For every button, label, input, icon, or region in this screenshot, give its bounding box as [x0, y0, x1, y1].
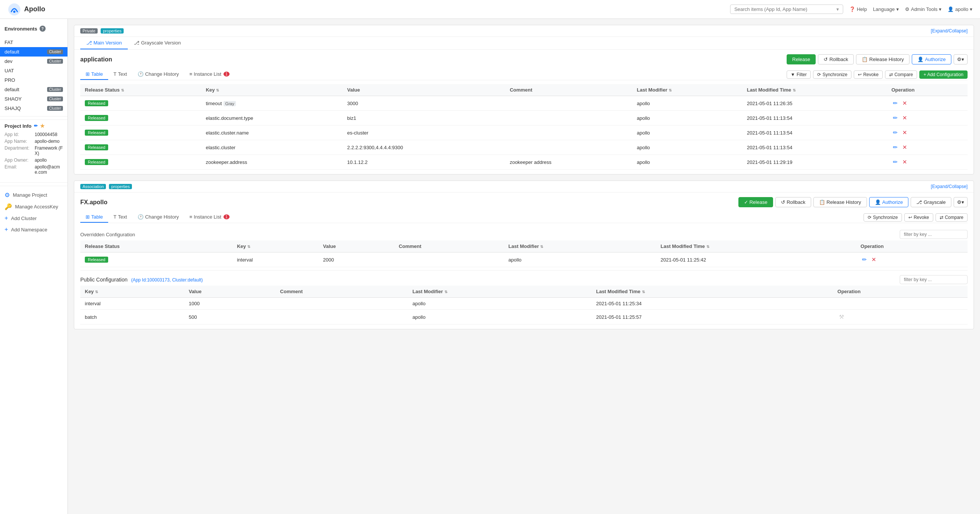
synchronize-button-1[interactable]: ⟳ Synchronize: [813, 70, 851, 79]
project-info-edit-icon[interactable]: ✏: [34, 123, 38, 129]
expand-collapse-btn-1[interactable]: [Expand/Collapse]: [931, 28, 967, 33]
user-menu[interactable]: 👤 apollo ▾: [948, 6, 972, 12]
language-dropdown[interactable]: Language ▾: [873, 6, 899, 12]
gear-button-1[interactable]: ⚙▾: [954, 54, 967, 64]
compare-icon-2: ⇄: [940, 215, 943, 220]
add-cluster-link[interactable]: + Add Cluster: [5, 213, 63, 224]
table-tab-2[interactable]: ⊞ Table: [80, 212, 108, 223]
instance-list-tab-2[interactable]: ≡ Instance List 1: [184, 212, 234, 223]
sidebar-item-dev[interactable]: dev Cluster: [0, 57, 67, 66]
delete-button[interactable]: ✕: [901, 114, 909, 122]
instance-badge-1: 1: [224, 72, 229, 76]
admin-tools-dropdown[interactable]: ⚙ Admin Tools ▾: [905, 6, 942, 12]
delete-button[interactable]: ✕: [901, 129, 909, 137]
sidebar-item-shaoy[interactable]: SHAOY Cluster: [0, 94, 67, 103]
association-action-btns: ⟳ Synchronize ↩ Revoke ⇄ Compare: [864, 213, 967, 221]
cluster-badge-default: Cluster: [47, 49, 63, 54]
svg-point-0: [8, 3, 21, 16]
edit-button[interactable]: ✏: [891, 143, 899, 151]
col-comment-1: Comment: [505, 84, 632, 96]
main-version-tab[interactable]: ⎇ Main Version: [80, 37, 128, 49]
properties-badge-2: properties: [109, 184, 132, 189]
modifier-cell: apollo: [408, 310, 592, 325]
environments-help-icon[interactable]: ?: [40, 25, 46, 32]
value-cell: 3000: [343, 96, 505, 111]
sidebar-item-fat[interactable]: FAT: [0, 38, 67, 47]
help-link[interactable]: ❓ Help: [849, 6, 867, 12]
private-app-title: application: [80, 56, 112, 63]
expand-collapse-btn-2[interactable]: [Expand/Collapse]: [931, 184, 967, 189]
delete-button[interactable]: ✕: [901, 158, 909, 166]
grayscale-version-tab[interactable]: ⎇ Grayscale Version: [128, 37, 187, 49]
rollback-button-1[interactable]: ↺ Rollback: [818, 54, 854, 64]
authorize-button-2[interactable]: 👤 Authorize: [869, 197, 909, 207]
delete-button[interactable]: ✕: [901, 143, 909, 151]
project-info-email: Email: apollo@acme.com: [5, 164, 63, 175]
compare-button-2[interactable]: ⇄ Compare: [935, 213, 967, 221]
list-icon-2: ≡: [189, 214, 192, 220]
revoke-button-1[interactable]: ↩ Revoke: [854, 70, 883, 79]
overridden-filter-input[interactable]: [900, 230, 967, 239]
filter-button-1[interactable]: ▼ Filter: [787, 70, 811, 79]
manage-project-link[interactable]: ⚙ Manage Project: [5, 189, 63, 201]
manage-accesskey-link[interactable]: 🔑 Manage AccessKey: [5, 201, 63, 213]
add-namespace-link[interactable]: + Add Namespace: [5, 224, 63, 235]
status-badge: Released: [85, 144, 108, 150]
compare-button-1[interactable]: ⇄ Compare: [885, 70, 917, 79]
association-app-section: FX.apollo ✓ Release ↺ Rollback 📋 Release…: [74, 193, 974, 329]
sidebar-item-pro[interactable]: PRO: [0, 75, 67, 85]
public-config-link[interactable]: (App Id:100003173, Cluster:default): [131, 277, 203, 283]
release-button-1[interactable]: Release: [787, 54, 816, 64]
release-button-2[interactable]: ✓ Release: [738, 197, 773, 207]
association-namespace-card: Association properties [Expand/Collapse]…: [74, 180, 974, 329]
instance-list-tab-1[interactable]: ≡ Instance List 1: [184, 69, 234, 80]
edit-button[interactable]: ✏: [891, 114, 899, 122]
rollback-button-2[interactable]: ↺ Rollback: [775, 197, 811, 207]
private-app-header: application Release ↺ Rollback 📋 Release…: [80, 54, 967, 64]
table-icon-2: ⊞: [86, 214, 90, 220]
comment-cell: [505, 111, 632, 126]
release-history-button-2[interactable]: 📋 Release History: [813, 197, 867, 207]
add-namespace-icon: +: [5, 226, 8, 233]
grayscale-button[interactable]: ⎇ Grayscale: [911, 197, 951, 207]
sidebar-item-pro-default[interactable]: default Cluster: [0, 85, 67, 94]
project-info-star-icon[interactable]: ★: [40, 123, 45, 129]
edit-button[interactable]: ✏: [891, 129, 899, 137]
change-history-tab-2[interactable]: 🕐 Change History: [132, 212, 184, 223]
table-tab-1[interactable]: ⊞ Table: [80, 69, 108, 80]
sidebar-item-uat[interactable]: UAT: [0, 66, 67, 75]
synchronize-button-2[interactable]: ⟳ Synchronize: [864, 213, 902, 221]
delete-button[interactable]: ✕: [870, 256, 878, 264]
sidebar-item-shajq[interactable]: SHAJQ Cluster: [0, 103, 67, 113]
add-config-button-1[interactable]: + Add Configuration: [919, 70, 967, 79]
authorize-button-1[interactable]: 👤 Authorize: [912, 54, 951, 64]
overridden-label: Overridden Configuration: [80, 232, 135, 237]
change-history-tab-1[interactable]: 🕐 Change History: [132, 69, 184, 80]
user-chevron-icon: ▾: [970, 6, 972, 12]
delete-button[interactable]: ✕: [901, 99, 909, 107]
key-cell: batch: [80, 310, 184, 325]
text-tab-1[interactable]: T Text: [108, 69, 132, 80]
key-tag: Gray: [224, 101, 236, 106]
operation-cell: ⚒: [833, 310, 967, 325]
public-filter-input[interactable]: [900, 275, 967, 284]
text-tab-2[interactable]: T Text: [108, 212, 132, 223]
overridden-config-table: Release Status Key ⇅ Value Comment Last …: [80, 240, 967, 267]
edit-button[interactable]: ✏: [891, 99, 899, 107]
search-bar[interactable]: ▾: [730, 5, 843, 14]
sync-icon-2: ⟳: [868, 215, 872, 220]
revoke-button-2[interactable]: ↩ Revoke: [904, 213, 933, 221]
private-action-btns: ▼ Filter ⟳ Synchronize ↩ Revoke ⇄: [787, 70, 967, 79]
search-dropdown-icon[interactable]: ▾: [837, 6, 839, 12]
project-info-department: Department: Framework (FX): [5, 145, 63, 156]
table-row: Released zookeeper.address 10.1.12.2 zoo…: [80, 155, 967, 170]
project-info-app-name: App Name: apollo-demo: [5, 138, 63, 144]
col-modifier-1: Last Modifier ⇅: [633, 84, 743, 96]
gear-button-2[interactable]: ⚙▾: [954, 197, 967, 207]
sidebar-item-default-cluster[interactable]: default Cluster: [0, 47, 67, 57]
edit-button[interactable]: ✏: [861, 256, 869, 264]
release-history-button-1[interactable]: 📋 Release History: [856, 54, 910, 64]
edit-button[interactable]: ✏: [891, 158, 899, 166]
search-input[interactable]: [734, 6, 837, 12]
col-key-2: Key ⇅: [232, 240, 318, 253]
